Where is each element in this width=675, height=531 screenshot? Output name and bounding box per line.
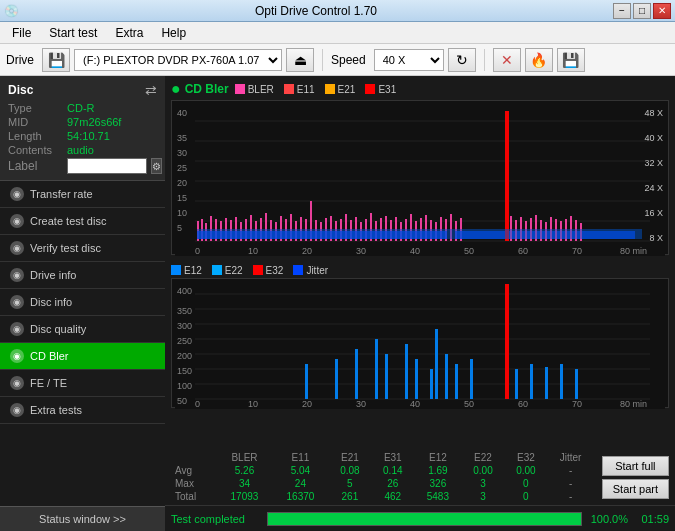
chart1-title: ● CD Bler [171, 80, 229, 98]
svg-rect-94 [197, 229, 642, 239]
svg-text:50: 50 [464, 399, 474, 409]
svg-text:10: 10 [248, 246, 258, 256]
title-left: 💿 [4, 4, 19, 18]
menu-file[interactable]: File [4, 24, 39, 42]
speed-select[interactable]: 40 X [374, 49, 444, 71]
col-header-bler: BLER [217, 451, 273, 464]
transfer-rate-icon: ◉ [10, 187, 24, 201]
legend-e22: E22 [212, 265, 243, 276]
svg-text:400: 400 [177, 286, 192, 296]
total-bler: 17093 [217, 490, 273, 503]
svg-text:35: 35 [177, 133, 187, 143]
progress-percent: 100.0% [588, 513, 628, 525]
action-buttons: Start full Start part [594, 451, 669, 503]
drive-info-icon: ◉ [10, 268, 24, 282]
sidebar-item-disc-quality[interactable]: ◉ Disc quality [0, 316, 165, 343]
drive-select[interactable]: (F:) PLEXTOR DVDR PX-760A 1.07 [74, 49, 282, 71]
svg-text:100: 100 [177, 381, 192, 391]
progress-time: 01:59 [634, 513, 669, 525]
menu-start-test[interactable]: Start test [41, 24, 105, 42]
close-button[interactable]: ✕ [653, 3, 671, 19]
table-row-max: Max 34 24 5 26 326 3 0 - [171, 477, 594, 490]
svg-text:10: 10 [177, 208, 187, 218]
max-e22: 3 [462, 477, 505, 490]
e31-color [365, 84, 375, 94]
total-e32: 0 [504, 490, 547, 503]
svg-text:0: 0 [195, 399, 200, 409]
avg-e31: 0.14 [371, 464, 414, 477]
total-e31: 462 [371, 490, 414, 503]
burn-button[interactable]: 🔥 [525, 48, 553, 72]
label-input[interactable] [67, 158, 147, 174]
data-table-container: BLER E11 E21 E31 E12 E22 E32 Jitter Avg [171, 451, 594, 503]
drive-icon-button[interactable]: 💾 [42, 48, 70, 72]
maximize-button[interactable]: □ [633, 3, 651, 19]
sidebar-item-cd-bler[interactable]: ◉ CD Bler [0, 343, 165, 370]
verify-test-label: Verify test disc [30, 242, 155, 254]
svg-text:40 X: 40 X [644, 133, 663, 143]
sidebar-item-transfer-rate[interactable]: ◉ Transfer rate [0, 181, 165, 208]
bler-color [235, 84, 245, 94]
status-window-button[interactable]: Status window >> [0, 506, 165, 531]
type-label: Type [8, 102, 63, 114]
chart1-container: ● CD Bler BLER E11 E21 E31 48 X 40 X [165, 76, 675, 263]
chart2-container: E12 E22 E32 Jitter 400 350 300 250 200 1… [165, 263, 675, 450]
svg-text:16 X: 16 X [644, 208, 663, 218]
svg-rect-104 [175, 279, 665, 409]
save-button[interactable]: 💾 [557, 48, 585, 72]
disc-refresh-button[interactable]: ⇄ [145, 82, 157, 98]
refresh-button[interactable]: ↻ [448, 48, 476, 72]
eject-button[interactable]: ⏏ [286, 48, 314, 72]
sidebar-item-drive-info[interactable]: ◉ Drive info [0, 262, 165, 289]
start-full-button[interactable]: Start full [602, 456, 669, 476]
sidebar-item-extra-tests[interactable]: ◉ Extra tests [0, 397, 165, 424]
titlebar: 💿 Opti Drive Control 1.70 − □ ✕ [0, 0, 675, 22]
avg-bler: 5.26 [217, 464, 273, 477]
sidebar-item-fe-te[interactable]: ◉ FE / TE [0, 370, 165, 397]
svg-rect-123 [355, 349, 358, 399]
col-header-e32: E32 [504, 451, 547, 464]
col-header-e12: E12 [414, 451, 461, 464]
menu-extra[interactable]: Extra [107, 24, 151, 42]
transfer-rate-label: Transfer rate [30, 188, 155, 200]
speed-label: Speed [331, 53, 366, 67]
chart2-wrapper: 400 350 300 250 200 150 100 50 [171, 278, 669, 408]
svg-rect-132 [470, 359, 473, 399]
start-part-button[interactable]: Start part [602, 479, 669, 499]
svg-rect-122 [335, 359, 338, 399]
svg-text:60: 60 [518, 246, 528, 256]
svg-rect-127 [415, 359, 418, 399]
minimize-button[interactable]: − [613, 3, 631, 19]
max-e31: 26 [371, 477, 414, 490]
svg-rect-134 [515, 369, 518, 399]
disc-info-icon: ◉ [10, 295, 24, 309]
total-e21: 261 [328, 490, 371, 503]
col-header-e21: E21 [328, 451, 371, 464]
svg-text:250: 250 [177, 336, 192, 346]
svg-text:8 X: 8 X [649, 233, 663, 243]
svg-text:150: 150 [177, 366, 192, 376]
app-title: Opti Drive Control 1.70 [19, 4, 613, 18]
svg-text:20: 20 [302, 246, 312, 256]
label-edit-button[interactable]: ⚙ [151, 158, 162, 174]
sidebar-item-verify-test-disc[interactable]: ◉ Verify test disc [0, 235, 165, 262]
svg-text:60: 60 [518, 399, 528, 409]
verify-test-icon: ◉ [10, 241, 24, 255]
disc-panel-title: Disc [8, 83, 33, 97]
sidebar-item-disc-info[interactable]: ◉ Disc info [0, 289, 165, 316]
svg-text:0: 0 [195, 246, 200, 256]
menubar: File Start test Extra Help [0, 22, 675, 44]
sidebar-item-create-test-disc[interactable]: ◉ Create test disc [0, 208, 165, 235]
jitter-color [293, 265, 303, 275]
menu-help[interactable]: Help [153, 24, 194, 42]
svg-text:20: 20 [177, 178, 187, 188]
svg-text:48 X: 48 X [644, 108, 663, 118]
e22-color [212, 265, 222, 275]
svg-text:70: 70 [572, 246, 582, 256]
svg-rect-136 [545, 367, 548, 399]
sidebar: Disc ⇄ Type CD-R MID 97m26s66f Length 54… [0, 76, 165, 531]
disc-panel: Disc ⇄ Type CD-R MID 97m26s66f Length 54… [0, 76, 165, 181]
erase-button[interactable]: ✕ [493, 48, 521, 72]
svg-text:30: 30 [356, 246, 366, 256]
avg-e11: 5.04 [272, 464, 328, 477]
